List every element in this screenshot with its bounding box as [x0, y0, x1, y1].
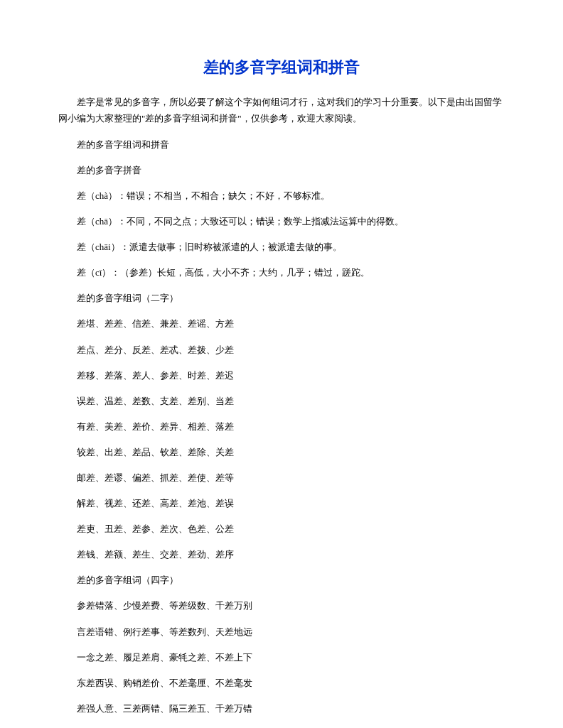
paragraph: 差（chāi）：派遣去做事；旧时称被派遣的人；被派遣去做的事。 [58, 239, 505, 255]
paragraph: 差钱、差额、差生、交差、差劲、差序 [58, 547, 505, 563]
paragraph: 一念之差、履足差肩、豪牦之差、不差上下 [58, 650, 505, 665]
paragraph: 差的多音字组词（四字） [58, 572, 505, 588]
paragraph: 差移、差落、差人、参差、时差、差迟 [58, 368, 505, 384]
page-title: 差的多音字组词和拼音 [58, 57, 505, 78]
intro-paragraph: 差字是常见的多音字，所以必要了解这个字如何组词才行，这对我们的学习十分重要。以下… [58, 94, 505, 127]
paragraph: 误差、温差、差数、支差、差别、当差 [58, 393, 505, 409]
paragraph: 差堪、差差、信差、兼差、差谣、方差 [58, 316, 505, 332]
paragraph: 东差西误、购销差价、不差毫厘、不差毫发 [58, 675, 505, 691]
paragraph: 较差、出差、差品、钦差、差除、关差 [58, 445, 505, 460]
paragraph: 差（chā）：不同，不同之点；大致还可以；错误；数学上指减法运算中的得数。 [58, 214, 505, 229]
paragraph: 差强人意、三差两错、隔三差五、千差万错 [58, 701, 505, 717]
paragraph: 差（cī）：（参差）长短，高低，大小不齐；大约，几乎；错过，蹉跎。 [58, 265, 505, 281]
paragraph: 解差、视差、还差、高差、差池、差误 [58, 496, 505, 511]
paragraph: 差点、差分、反差、差忒、差拨、少差 [58, 342, 505, 358]
paragraph: 参差错落、少慢差费、等差级数、千差万别 [58, 598, 505, 614]
paragraph: 有差、美差、差价、差异、相差、落差 [58, 419, 505, 435]
paragraph: 邮差、差谬、偏差、抓差、差使、差等 [58, 470, 505, 486]
paragraph: 差（chà）：错误；不相当，不相合；缺欠；不好，不够标准。 [58, 188, 505, 204]
paragraph: 言差语错、例行差事、等差数列、天差地远 [58, 624, 505, 640]
paragraph: 差的多音字组词（二字） [58, 290, 505, 306]
paragraph: 差的多音字组词和拼音 [58, 137, 505, 153]
paragraph: 差的多音字拼音 [58, 163, 505, 178]
paragraph: 差吏、丑差、差参、差次、色差、公差 [58, 521, 505, 537]
